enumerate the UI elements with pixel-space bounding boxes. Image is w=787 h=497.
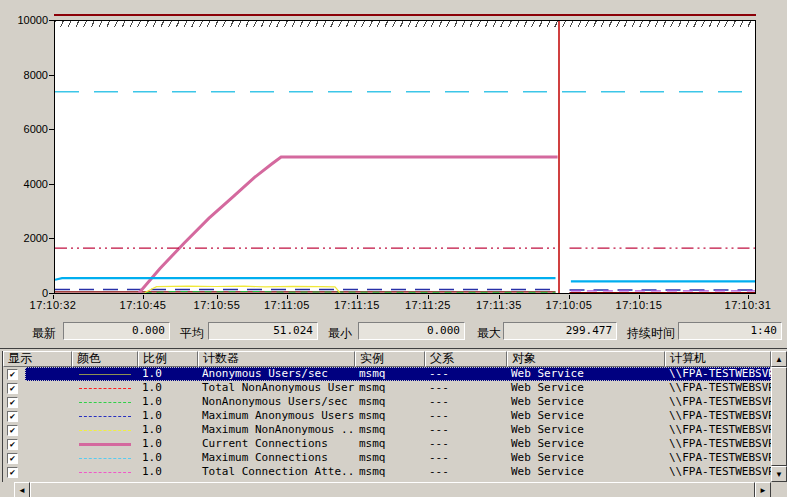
x-axis-tick-label: 17:11:25 [392,299,464,311]
column-header[interactable]: 计算机 [665,351,771,367]
color-cell [72,437,138,451]
counter-row[interactable]: ✔1.0Maximum Connectionsmsmq---Web Servic… [3,451,771,465]
x-axis-tick-label: 17:11:15 [321,299,393,311]
show-cell [25,409,72,423]
counter-row-body[interactable]: 1.0NonAnonymous Users/secmsmq---Web Serv… [25,395,771,409]
stat-value: 0.000 [358,322,465,340]
vertical-scrollbar-thumb[interactable] [771,367,787,466]
scroll-right-icon[interactable]: ► [755,482,771,497]
stat-value: 51.024 [208,322,318,340]
series-line [55,278,556,280]
object-cell: Web Service [507,465,665,479]
column-header[interactable]: 对象 [507,351,665,367]
counter-row[interactable]: ✔1.0Current Connectionsmsmq---Web Servic… [3,437,771,451]
color-cell [72,381,138,395]
counter-row-body[interactable]: 1.0Total NonAnonymous Usersmsmq---Web Se… [25,381,771,395]
color-swatch [79,388,131,389]
color-cell [72,395,138,409]
counter-row-body[interactable]: 1.0Maximum NonAnonymous ...msmq---Web Se… [25,423,771,437]
show-checkbox-zone: ✔ [3,437,25,451]
scroll-down-icon[interactable]: ▼ [771,466,787,482]
show-cell [25,451,72,465]
counter-row-body[interactable]: 1.0Current Connectionsmsmq---Web Service… [25,437,771,451]
show-checkbox[interactable]: ✔ [7,425,18,436]
column-header[interactable]: 实例 [355,351,425,367]
scale-cell: 1.0 [138,395,198,409]
counter-row[interactable]: ✔1.0NonAnonymous Users/secmsmq---Web Ser… [3,395,771,409]
instance-cell: msmq [355,451,425,465]
show-checkbox[interactable]: ✔ [7,383,18,394]
column-header[interactable]: 计数器 [198,351,355,367]
color-swatch [79,443,131,446]
x-axis-tick [569,295,570,299]
parent-cell: --- [425,381,507,395]
counter-cell: Total NonAnonymous Users [198,381,355,395]
instance-cell: msmq [355,465,425,479]
y-axis-tick-label: 4000 [0,178,48,190]
y-axis-tick-label: 8000 [0,69,48,81]
show-checkbox[interactable]: ✔ [7,397,18,408]
column-header[interactable]: 显示 [3,351,72,367]
show-checkbox[interactable]: ✔ [7,467,18,478]
counter-cell: NonAnonymous Users/sec [198,395,355,409]
x-axis-tick [639,295,640,299]
counter-row-body[interactable]: 1.0Total Connection Atte...msmq---Web Se… [25,465,771,479]
computer-cell: \\FPA-TESTWEBSVR [665,409,771,423]
show-checkbox-zone: ✔ [3,451,25,465]
show-checkbox-zone: ✔ [3,465,25,479]
counter-row[interactable]: ✔1.0Total NonAnonymous Usersmsmq---Web S… [3,381,771,395]
color-cell [72,423,138,437]
computer-cell: \\FPA-TESTWEBSVR [665,381,771,395]
show-cell [25,437,72,451]
counter-legend: 显示颜色比例计数器实例父系对象计算机 ✔1.0Anonymous Users/s… [0,348,787,497]
show-checkbox[interactable]: ✔ [7,411,18,422]
show-checkbox-zone: ✔ [3,395,25,409]
scale-cell: 1.0 [138,409,198,423]
scale-cell: 1.0 [138,451,198,465]
counter-row-body[interactable]: 1.0Maximum Anonymous Usersmsmq---Web Ser… [25,409,771,423]
column-header[interactable]: 父系 [425,351,507,367]
object-cell: Web Service [507,437,665,451]
color-cell [72,451,138,465]
parent-cell: --- [425,451,507,465]
object-cell: Web Service [507,395,665,409]
computer-cell: \\FPA-TESTWEBSVR [665,367,771,381]
legend-scrollbar-vertical[interactable]: ▲ ▼ [771,351,787,482]
show-cell [25,395,72,409]
scroll-left-icon[interactable]: ◄ [14,482,30,497]
series-line [139,157,558,293]
object-cell: Web Service [507,423,665,437]
instance-cell: msmq [355,437,425,451]
counter-row[interactable]: ✔1.0Total Connection Atte...msmq---Web S… [3,465,771,479]
y-axis-tick [49,75,54,76]
counter-row[interactable]: ✔1.0Maximum Anonymous Usersmsmq---Web Se… [3,409,771,423]
show-checkbox[interactable]: ✔ [7,369,18,380]
legend-rows: ✔1.0Anonymous Users/secmsmq---Web Servic… [3,367,771,479]
computer-cell: \\FPA-TESTWEBSVR [665,395,771,409]
x-axis-tick [357,295,358,299]
counter-row[interactable]: ✔1.0Anonymous Users/secmsmq---Web Servic… [3,367,771,381]
color-swatch [79,374,131,375]
scale-cell: 1.0 [138,381,198,395]
show-checkbox[interactable]: ✔ [7,439,18,450]
scale-cell: 1.0 [138,423,198,437]
clipped-series-top-line [54,14,756,16]
show-checkbox[interactable]: ✔ [7,453,18,464]
legend-scrollbar-horizontal[interactable]: ◄ ► [14,482,771,497]
column-header[interactable]: 颜色 [72,351,138,367]
instance-cell: msmq [355,367,425,381]
parent-cell: --- [425,409,507,423]
y-axis-tick [49,184,54,185]
show-cell [25,367,72,381]
counter-row-body[interactable]: 1.0Anonymous Users/secmsmq---Web Service… [25,367,771,381]
parent-cell: --- [425,465,507,479]
counter-row[interactable]: ✔1.0Maximum NonAnonymous ...msmq---Web S… [3,423,771,437]
instance-cell: msmq [355,381,425,395]
counter-row-body[interactable]: 1.0Maximum Connectionsmsmq---Web Service… [25,451,771,465]
instance-cell: msmq [355,423,425,437]
column-header[interactable]: 比例 [138,351,198,367]
horizontal-scrollbar-thumb[interactable] [30,482,755,497]
scroll-up-icon[interactable]: ▲ [771,351,787,367]
color-cell [72,409,138,423]
show-cell [25,423,72,437]
